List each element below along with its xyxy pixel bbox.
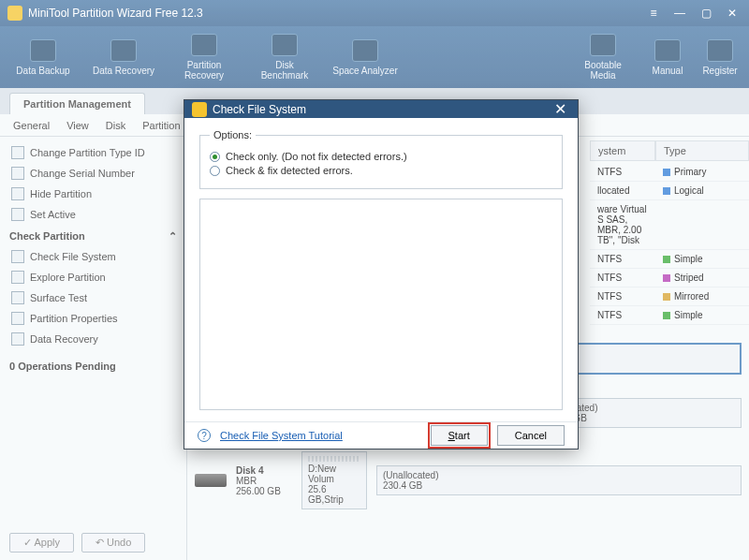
radio-icon[interactable] <box>210 166 220 176</box>
start-button[interactable]: Start <box>431 425 488 446</box>
opt-check-only[interactable]: Check only. (Do not fix detected errors.… <box>210 151 552 162</box>
cancel-button[interactable]: Cancel <box>497 425 565 446</box>
opt-check-fix[interactable]: Check & fix detected errors. <box>210 165 552 176</box>
dialog-icon <box>192 102 207 117</box>
radio-icon[interactable] <box>210 152 220 162</box>
options-fieldset: Options: Check only. (Do not fix detecte… <box>199 129 563 189</box>
check-fs-dialog: Check File System ✕ Options: Check only.… <box>184 99 579 449</box>
dialog-footer: ? Check File System Tutorial Start Cance… <box>184 421 578 449</box>
tutorial-link[interactable]: Check File System Tutorial <box>220 430 343 441</box>
dialog-close-icon[interactable]: ✕ <box>551 100 570 118</box>
dialog-titlebar: Check File System ✕ <box>184 100 578 118</box>
dialog-title: Check File System <box>213 103 306 116</box>
options-legend: Options: <box>210 129 256 140</box>
help-icon[interactable]: ? <box>198 429 211 442</box>
output-box <box>199 199 563 410</box>
